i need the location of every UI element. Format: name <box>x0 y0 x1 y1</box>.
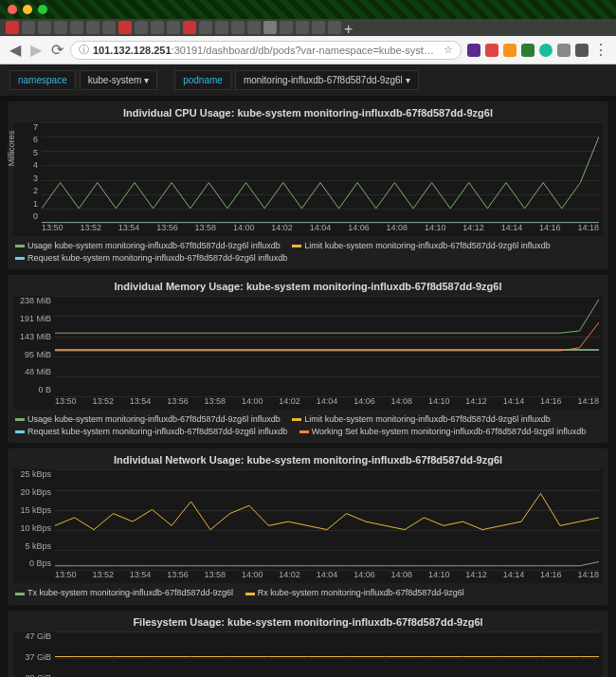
browser-tab[interactable] <box>247 21 261 34</box>
browser-tabstrip[interactable]: + <box>0 19 616 36</box>
extension-icon[interactable] <box>575 44 589 57</box>
back-button[interactable]: ◀ <box>8 43 23 58</box>
reload-button[interactable]: ⟳ <box>49 43 64 58</box>
browser-tab[interactable] <box>70 21 83 34</box>
browser-tab[interactable] <box>199 21 212 34</box>
legend-item[interactable]: Limit kube-system monitoring-influxdb-67… <box>292 414 551 424</box>
extension-icon[interactable] <box>539 44 553 57</box>
plot-area[interactable]: 25 kBps20 kBps15 kBps10 kBps5 kBps0 Bps … <box>13 469 603 583</box>
plot-area[interactable]: Millicores 76543210 13:5013:5213:5413:56… <box>13 122 603 236</box>
browser-tab[interactable] <box>6 21 19 34</box>
panel-title: Individual Network Usage: kube-system mo… <box>13 452 603 469</box>
extension-icon[interactable] <box>467 44 480 57</box>
legend-item[interactable]: Usage kube-system monitoring-influxdb-67… <box>15 241 281 250</box>
x-axis: 13:5013:5213:5413:5613:5814:0014:0214:04… <box>42 223 599 236</box>
extension-icon[interactable] <box>485 44 498 57</box>
var-podname-label: podname <box>174 70 231 90</box>
browser-tab[interactable] <box>86 21 100 34</box>
browser-tab[interactable] <box>183 21 196 34</box>
browser-tab[interactable] <box>231 21 245 34</box>
new-tab-button[interactable]: + <box>344 21 357 34</box>
browser-tab[interactable] <box>215 21 228 34</box>
y-axis: 238 MiB191 MiB143 MiB95 MiB48 MiB0 B <box>13 296 55 394</box>
browser-tab[interactable] <box>312 21 325 34</box>
legend-item[interactable]: Usage kube-system monitoring-influxdb-67… <box>15 414 281 424</box>
browser-tab[interactable] <box>328 21 341 34</box>
var-podname-value[interactable]: monitoring-influxdb-67f8d587dd-9zg6l ▾ <box>235 70 419 90</box>
var-namespace-label: namespace <box>9 70 76 90</box>
url-text: 101.132.128.251:30191/dashboard/db/pods?… <box>93 45 434 56</box>
window-titlebar <box>0 0 616 19</box>
plot-area[interactable]: 47 GiB37 GiB28 GiB <box>13 631 603 677</box>
y-axis: 25 kBps20 kBps15 kBps10 kBps5 kBps0 Bps <box>13 469 55 568</box>
var-namespace-value[interactable]: kube-system ▾ <box>80 70 157 90</box>
browser-tab[interactable] <box>118 21 132 34</box>
address-bar[interactable]: ⓘ 101.132.128.251:30191/dashboard/db/pod… <box>70 41 462 60</box>
panel-network-usage[interactable]: Individual Network Usage: kube-system mo… <box>8 448 608 605</box>
site-info-icon[interactable]: ⓘ <box>79 43 89 57</box>
browser-tab[interactable] <box>135 21 148 34</box>
y-axis: 47 GiB37 GiB28 GiB <box>13 631 55 677</box>
browser-tab[interactable] <box>22 21 35 34</box>
browser-toolbar: ◀ ▶ ⟳ ⓘ 101.132.128.251:30191/dashboard/… <box>0 36 616 64</box>
browser-tab[interactable] <box>167 21 180 34</box>
browser-tab[interactable] <box>102 21 116 34</box>
panel-filesystem-usage[interactable]: Filesystem Usage: kube-system monitoring… <box>8 611 608 677</box>
legend-item[interactable]: Tx kube-system monitoring-influxdb-67f8d… <box>15 588 233 597</box>
minimize-window-button[interactable] <box>23 5 32 14</box>
panel-title: Individual Memory Usage: kube-system mon… <box>13 279 603 296</box>
legend-item[interactable]: Request kube-system monitoring-influxdb-… <box>15 253 287 263</box>
maximize-window-button[interactable] <box>38 5 47 14</box>
extension-icon[interactable] <box>503 44 516 57</box>
panel-title: Individual CPU Usage: kube-system monito… <box>13 105 603 122</box>
extension-icon[interactable] <box>521 44 534 57</box>
legend-item[interactable]: Rx kube-system monitoring-influxdb-67f8d… <box>245 588 464 597</box>
browser-tab-active[interactable] <box>263 21 277 34</box>
legend: Usage kube-system monitoring-influxdb-67… <box>13 236 603 267</box>
x-axis: 13:5013:5213:5413:5613:5814:0014:0214:04… <box>55 570 599 583</box>
legend-item[interactable]: Working Set kube-system monitoring-influ… <box>299 427 587 436</box>
legend: Usage kube-system monitoring-influxdb-67… <box>13 410 603 441</box>
browser-tab[interactable] <box>38 21 51 34</box>
browser-tab[interactable] <box>296 21 309 34</box>
panel-memory-usage[interactable]: Individual Memory Usage: kube-system mon… <box>8 275 608 443</box>
legend-item[interactable]: Limit kube-system monitoring-influxdb-67… <box>292 241 551 250</box>
template-variables-bar: namespace kube-system ▾ podname monitori… <box>0 64 616 96</box>
y-axis: 76543210 <box>13 122 42 221</box>
browser-tab[interactable] <box>151 21 164 34</box>
menu-icon[interactable]: ⋮ <box>593 43 608 58</box>
panel-title: Filesystem Usage: kube-system monitoring… <box>13 614 603 631</box>
panel-cpu-usage[interactable]: Individual CPU Usage: kube-system monito… <box>8 101 608 269</box>
plot-area[interactable]: 238 MiB191 MiB143 MiB95 MiB48 MiB0 B 13:… <box>13 296 603 410</box>
dashboard: Individual CPU Usage: kube-system monito… <box>0 101 616 677</box>
forward-button[interactable]: ▶ <box>28 43 44 58</box>
browser-tab[interactable] <box>54 21 67 34</box>
x-axis: 13:5013:5213:5413:5613:5814:0014:0214:04… <box>55 396 599 410</box>
browser-tab[interactable] <box>280 21 293 34</box>
legend: Tx kube-system monitoring-influxdb-67f8d… <box>13 583 603 603</box>
extension-icon[interactable] <box>557 44 571 57</box>
legend-item[interactable]: Request kube-system monitoring-influxdb-… <box>15 427 287 436</box>
close-window-button[interactable] <box>8 5 17 14</box>
extensions-area: ⋮ <box>467 43 608 58</box>
bookmark-icon[interactable]: ☆ <box>444 44 453 56</box>
